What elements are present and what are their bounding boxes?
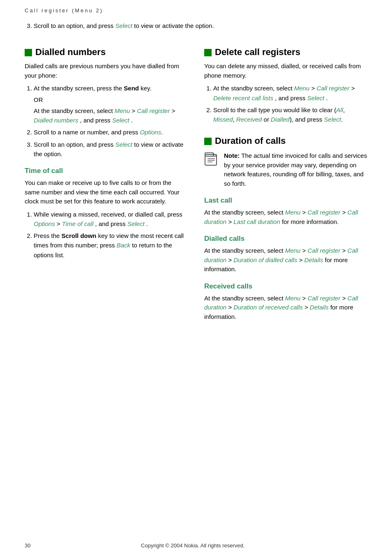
time-of-call-step-2: Press the Scroll down key to view the mo… — [34, 231, 188, 260]
delete-registers-step-2: Scroll to the call type you would like t… — [213, 105, 367, 125]
duration-calls-title: Duration of calls — [215, 136, 286, 146]
time-of-call-heading: Time of call — [25, 167, 188, 175]
delete-registers-box — [204, 49, 212, 56]
duration-calls-box — [204, 138, 212, 145]
intro-steps: Scroll to an option, and press Select to… — [25, 21, 367, 30]
last-call-heading: Last call — [204, 196, 367, 205]
footer-copyright: Copyright © 2004 Nokia. All rights reser… — [30, 542, 355, 549]
intro-step-3: Scroll to an option, and press Select to… — [34, 21, 367, 30]
delete-registers-heading: Delete call registers — [204, 47, 367, 58]
left-column: Dialled numbers Dialled calls are previo… — [25, 38, 188, 325]
duration-note-box: Note: The actual time invoiced for calls… — [204, 151, 367, 188]
page-footer: 30 Copyright © 2004 Nokia. All rights re… — [0, 542, 392, 549]
page-header: Call register (Menu 2) — [25, 7, 367, 14]
dialled-numbers-box — [25, 49, 32, 56]
duration-calls-heading: Duration of calls — [204, 136, 367, 146]
dialled-numbers-title: Dialled numbers — [35, 47, 106, 58]
delete-registers-step-1: At the standby screen, select Menu > Cal… — [213, 83, 367, 103]
page-number: 30 — [25, 542, 30, 549]
dialled-calls-heading: Dialled calls — [204, 235, 367, 243]
note-icon — [204, 152, 219, 167]
dialled-numbers-steps: At the standby screen, press the Send ke… — [25, 83, 188, 159]
last-call-text: At the standby screen, select Menu > Cal… — [204, 208, 367, 226]
received-calls-heading: Received calls — [204, 282, 367, 291]
dialled-numbers-step-3: Scroll to an option, and press Select to… — [34, 140, 188, 159]
delete-registers-title: Delete call registers — [215, 47, 300, 58]
delete-registers-steps: At the standby screen, select Menu > Cal… — [204, 83, 367, 124]
time-of-call-intro: You can make or receive up to five calls… — [25, 178, 188, 206]
time-of-call-step-1: While viewing a missed, received, or dia… — [34, 210, 188, 229]
delete-registers-intro: You can delete any missed, dialled, or r… — [204, 62, 367, 80]
header-text: Call register (Menu 2) — [25, 7, 103, 14]
time-of-call-steps: While viewing a missed, received, or dia… — [25, 210, 188, 260]
received-calls-text: At the standby screen, select Menu > Cal… — [204, 294, 367, 322]
dialled-calls-text: At the standby screen, select Menu > Cal… — [204, 246, 367, 274]
dialled-numbers-step-2: Scroll to a name or number, and press Op… — [34, 127, 188, 137]
dialled-numbers-intro: Dialled calls are previous numbers you h… — [25, 62, 188, 80]
dialled-numbers-heading: Dialled numbers — [25, 47, 188, 58]
right-column: Delete call registers You can delete any… — [204, 38, 367, 325]
duration-note-text: Note: The actual time invoiced for calls… — [224, 151, 367, 188]
dialled-numbers-step-1: At the standby screen, press the Send ke… — [34, 83, 188, 125]
